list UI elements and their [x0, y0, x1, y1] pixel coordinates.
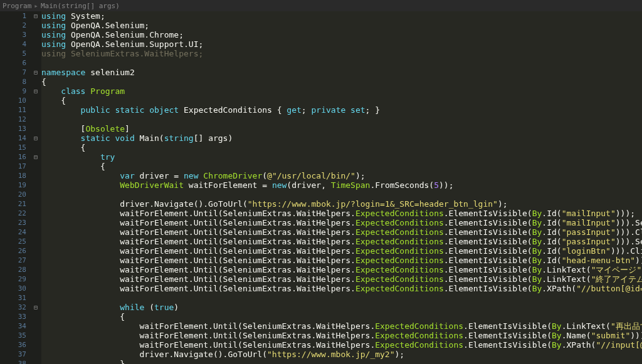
code-line[interactable]: waitForElement.Until(SeleniumExtras.Wait… — [41, 340, 642, 350]
code-line[interactable]: waitForElement.Until(SeleniumExtras.Wait… — [41, 246, 642, 256]
line-number: 29 — [0, 274, 26, 284]
code-line[interactable]: waitForElement.Until(SeleniumExtras.Wait… — [41, 227, 642, 237]
fold-toggle[interactable]: ⊟ — [30, 152, 41, 162]
fold-toggle — [30, 350, 41, 359]
fold-toggle — [30, 58, 41, 68]
line-number: 2 — [0, 21, 26, 30]
code-line[interactable] — [41, 115, 642, 124]
line-number: 18 — [0, 171, 26, 180]
code-line[interactable]: } — [41, 359, 642, 364]
line-number: 22 — [0, 209, 26, 218]
fold-toggle[interactable]: ⊟ — [30, 133, 41, 143]
code-line[interactable] — [41, 293, 642, 303]
code-line[interactable]: waitForElement.Until(SeleniumExtras.Wait… — [41, 265, 642, 274]
code-line[interactable]: try — [41, 152, 642, 162]
fold-toggle — [30, 246, 41, 256]
code-line[interactable]: waitForElement.Until(SeleniumExtras.Wait… — [41, 209, 642, 218]
fold-toggle — [30, 265, 41, 274]
fold-toggle — [30, 312, 41, 321]
code-line[interactable]: [Obsolete] — [41, 124, 642, 133]
line-number: 16 — [0, 152, 26, 162]
line-number: 13 — [0, 124, 26, 133]
code-line[interactable] — [41, 190, 642, 199]
code-line[interactable]: driver.Navigate().GoToUrl("https://www.m… — [41, 199, 642, 209]
code-line[interactable]: using SeleniumExtras.WaitHelpers; — [41, 49, 642, 58]
code-line[interactable]: using System; — [41, 11, 642, 21]
line-number: 11 — [0, 105, 26, 115]
fold-toggle — [30, 321, 41, 331]
fold-toggle[interactable]: ⊟ — [30, 86, 41, 96]
line-number: 36 — [0, 340, 26, 350]
code-line[interactable]: { — [41, 143, 642, 152]
fold-toggle — [30, 190, 41, 199]
fold-toggle — [30, 39, 41, 49]
line-number: 14 — [0, 133, 26, 143]
code-line[interactable]: waitForElement.Until(SeleniumExtras.Wait… — [41, 237, 642, 246]
line-number-gutter: 1234567891011121314151617181920212223242… — [0, 11, 30, 364]
fold-toggle — [30, 227, 41, 237]
code-line[interactable]: { — [41, 77, 642, 86]
fold-toggle — [30, 237, 41, 246]
fold-toggle — [30, 105, 41, 115]
fold-toggle — [30, 171, 41, 180]
code-line[interactable]: namespace selenium2 — [41, 68, 642, 77]
code-line[interactable]: waitForElement.Until(SeleniumExtras.Wait… — [41, 274, 642, 284]
line-number: 28 — [0, 265, 26, 274]
code-line[interactable]: { — [41, 312, 642, 321]
fold-toggle — [30, 162, 41, 171]
line-number: 21 — [0, 199, 26, 209]
fold-toggle — [30, 284, 41, 293]
line-number: 30 — [0, 284, 26, 293]
code-line[interactable] — [41, 58, 642, 68]
fold-toggle — [30, 331, 41, 340]
fold-toggle — [30, 199, 41, 209]
line-number: 38 — [0, 359, 26, 364]
breadcrumb-item-main[interactable]: Main(string[] args) — [41, 2, 120, 10]
code-line[interactable]: using OpenQA.Selenium; — [41, 21, 642, 30]
fold-toggle — [30, 124, 41, 133]
line-number: 7 — [0, 68, 26, 77]
line-number: 19 — [0, 180, 26, 190]
breadcrumb-item-program[interactable]: Program — [3, 2, 31, 10]
line-number: 31 — [0, 293, 26, 303]
line-number: 24 — [0, 227, 26, 237]
line-number: 12 — [0, 115, 26, 124]
fold-gutter[interactable]: ⊟⊟⊟⊟⊟⊟ — [30, 11, 41, 364]
code-line[interactable]: waitForElement.Until(SeleniumExtras.Wait… — [41, 218, 642, 227]
code-line[interactable]: driver.Navigate().GoToUrl("https://www.m… — [41, 350, 642, 359]
line-number: 17 — [0, 162, 26, 171]
line-number: 26 — [0, 246, 26, 256]
code-line[interactable]: waitForElement.Until(SeleniumExtras.Wait… — [41, 331, 642, 340]
fold-toggle — [30, 274, 41, 284]
code-line[interactable]: static void Main(string[] args) — [41, 133, 642, 143]
fold-toggle — [30, 218, 41, 227]
code-line[interactable]: using OpenQA.Selenium.Support.UI; — [41, 39, 642, 49]
line-number: 23 — [0, 218, 26, 227]
line-number: 6 — [0, 58, 26, 68]
line-number: 5 — [0, 49, 26, 58]
line-number: 37 — [0, 350, 26, 359]
code-line[interactable]: var driver = new ChromeDriver(@"/usr/loc… — [41, 171, 642, 180]
fold-toggle — [30, 180, 41, 190]
code-line[interactable]: { — [41, 96, 642, 105]
code-area[interactable]: using System;using OpenQA.Selenium;using… — [41, 11, 642, 364]
code-line[interactable]: using OpenQA.Selenium.Chrome; — [41, 30, 642, 39]
code-line[interactable]: waitForElement.Until(SeleniumExtras.Wait… — [41, 321, 642, 331]
code-line[interactable]: while (true) — [41, 303, 642, 312]
code-line[interactable]: class Program — [41, 86, 642, 96]
code-line[interactable]: { — [41, 162, 642, 171]
code-editor[interactable]: 1234567891011121314151617181920212223242… — [0, 11, 642, 364]
breadcrumb[interactable]: Program ▸ Main(string[] args) — [0, 0, 642, 11]
fold-toggle[interactable]: ⊟ — [30, 68, 41, 77]
fold-toggle — [30, 340, 41, 350]
code-line[interactable]: waitForElement.Until(SeleniumExtras.Wait… — [41, 284, 642, 293]
fold-toggle — [30, 21, 41, 30]
fold-toggle[interactable]: ⊟ — [30, 303, 41, 312]
code-line[interactable]: WebDriverWait waitForElement = new(drive… — [41, 180, 642, 190]
fold-toggle[interactable]: ⊟ — [30, 11, 41, 21]
code-line[interactable]: public static object ExpectedConditions … — [41, 105, 642, 115]
code-line[interactable]: waitForElement.Until(SeleniumExtras.Wait… — [41, 256, 642, 265]
fold-toggle — [30, 209, 41, 218]
line-number: 9 — [0, 86, 26, 96]
breadcrumb-separator: ▸ — [34, 2, 38, 10]
